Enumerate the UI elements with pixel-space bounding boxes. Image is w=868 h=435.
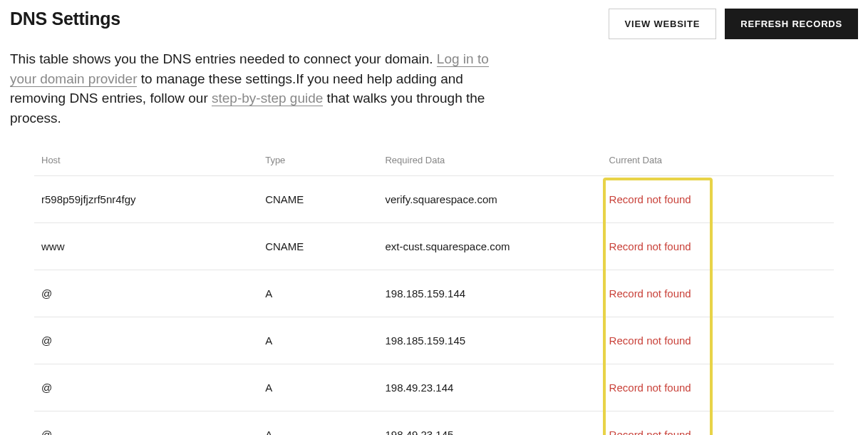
cell-type: A (258, 364, 378, 411)
table-row: wwwCNAMEext-cust.squarespace.comRecord n… (34, 223, 834, 270)
step-by-step-guide-link[interactable]: step-by-step guide (212, 91, 323, 106)
table-row: @A198.185.159.145Record not found (34, 317, 834, 364)
cell-host: @ (34, 317, 258, 364)
description-part1: This table shows you the DNS entries nee… (10, 51, 437, 66)
header-host: Host (34, 145, 258, 176)
table-header-row: Host Type Required Data Current Data (34, 145, 834, 176)
refresh-records-button[interactable]: REFRESH RECORDS (725, 9, 858, 39)
cell-host: @ (34, 411, 258, 435)
cell-host: @ (34, 270, 258, 317)
cell-current-data: Record not found (602, 317, 834, 364)
page-title: DNS Settings (10, 9, 120, 29)
cell-required-data: ext-cust.squarespace.com (378, 223, 601, 270)
view-website-button[interactable]: VIEW WEBSITE (609, 9, 717, 39)
cell-current-data: Record not found (602, 176, 834, 223)
table-row: @A198.185.159.144Record not found (34, 270, 834, 317)
cell-type: CNAME (258, 176, 378, 223)
cell-type: A (258, 270, 378, 317)
cell-current-data: Record not found (602, 364, 834, 411)
header-current-data: Current Data (602, 145, 834, 176)
cell-type: CNAME (258, 223, 378, 270)
cell-host: @ (34, 364, 258, 411)
header-type: Type (258, 145, 378, 176)
cell-host: r598p59jfjzrf5nr4fgy (34, 176, 258, 223)
cell-required-data: 198.49.23.144 (378, 364, 601, 411)
cell-required-data: 198.49.23.145 (378, 411, 601, 435)
table-row: @A198.49.23.144Record not found (34, 364, 834, 411)
table-row: @A198.49.23.145Record not found (34, 411, 834, 435)
cell-required-data: 198.185.159.144 (378, 270, 601, 317)
cell-type: A (258, 317, 378, 364)
cell-required-data: 198.185.159.145 (378, 317, 601, 364)
cell-required-data: verify.squarespace.com (378, 176, 601, 223)
dns-records-table: Host Type Required Data Current Data r59… (34, 145, 834, 435)
action-buttons: VIEW WEBSITE REFRESH RECORDS (609, 9, 858, 39)
table-row: r598p59jfjzrf5nr4fgyCNAMEverify.squaresp… (34, 176, 834, 223)
cell-current-data: Record not found (602, 411, 834, 435)
cell-current-data: Record not found (602, 270, 834, 317)
cell-host: www (34, 223, 258, 270)
cell-type: A (258, 411, 378, 435)
header-required-data: Required Data (378, 145, 601, 176)
cell-current-data: Record not found (602, 223, 834, 270)
description-text: This table shows you the DNS entries nee… (10, 49, 495, 128)
